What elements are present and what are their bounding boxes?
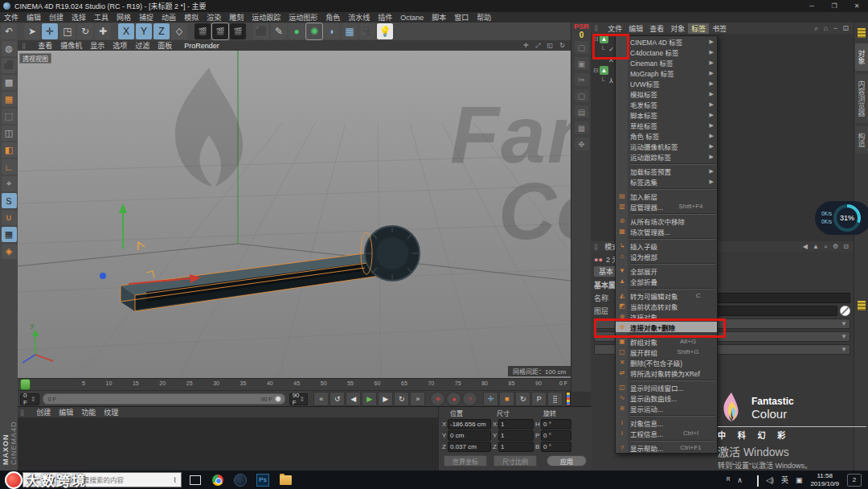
strip-tool-icon[interactable]: ▢	[575, 41, 589, 54]
key-toggle-button[interactable]: ↻	[515, 392, 530, 406]
strip-tool-icon[interactable]: ▢	[575, 89, 589, 102]
mode-tool-button[interactable]: ◧	[2, 142, 17, 158]
transport-button[interactable]: ↻	[394, 392, 409, 406]
toolbar-button[interactable]: Z	[154, 23, 170, 39]
context-menu-item[interactable]: ▤ 加入新层	[616, 191, 717, 201]
network-icon[interactable]	[757, 476, 759, 484]
object-type-icon[interactable]: ▲	[600, 35, 608, 43]
context-menu-item[interactable]: 模拟标签 ▶	[616, 88, 717, 99]
panel-handle-icon[interactable]: ⣿	[18, 43, 30, 49]
toolbar-button[interactable]: 🎥	[359, 23, 375, 39]
object-menu-item[interactable]: 编辑	[625, 23, 646, 34]
window-control-button[interactable]: ✕	[845, 2, 868, 10]
context-menu-item[interactable]: ▦ 场次管理器...	[616, 226, 717, 236]
record-button[interactable]: ●	[446, 392, 461, 406]
menu-item[interactable]: 雕刻	[225, 12, 248, 23]
notification-center[interactable]: 2	[847, 474, 862, 487]
material-menu-item[interactable]: 编辑	[55, 407, 77, 417]
coord-pos-field[interactable]: 0.037 cm	[448, 442, 491, 452]
object-menu-item[interactable]: 查看	[646, 23, 667, 34]
viewport-menu-item[interactable]: 摄像机	[56, 40, 86, 51]
apply-button[interactable]: 应用	[547, 455, 587, 466]
mode-tool-button[interactable]: ▦	[2, 92, 17, 107]
mode-tool-button[interactable]: ◍	[2, 41, 17, 56]
menu-item[interactable]: 工具	[90, 12, 113, 23]
object-type-icon[interactable]: ▲	[600, 66, 608, 75]
taskbar-search[interactable]: ⌇	[23, 472, 182, 487]
toolbar-button[interactable]: 🎬	[194, 23, 211, 39]
range-slider[interactable]: 0 F 90 F	[43, 393, 285, 405]
context-menu-item[interactable]: ⇄ 将所选对象转换为XRef	[616, 368, 717, 378]
strip-tool-icon[interactable]: ▤	[575, 105, 589, 118]
toolbar-button[interactable]: ●	[289, 23, 305, 39]
expand-icon[interactable]: └	[600, 77, 607, 84]
language-indicator[interactable]: 英	[781, 475, 788, 485]
material-manager[interactable]: ⣿ 创建编辑功能纹理	[18, 406, 438, 471]
file-explorer-icon[interactable]	[276, 472, 294, 488]
taskbar-clock[interactable]: 11:582019/10/9	[810, 472, 839, 487]
keyframe-palette-icon[interactable]	[566, 392, 571, 406]
menu-item[interactable]: 渲染	[203, 12, 225, 23]
net-speed-widget[interactable]: 0K/s 0K/s 31%	[815, 201, 868, 235]
dock-side-tab[interactable]: 内容浏览器	[855, 74, 868, 123]
timeline-ruler[interactable]: 51015202530354045505560657075808590 0 F	[18, 378, 571, 391]
context-menu-item[interactable]: ⊘ 从所有场次中移除	[616, 216, 717, 226]
current-frame-spinner[interactable]: 0 F⇕	[20, 393, 39, 405]
coord-size-dropdown[interactable]: 尺寸比例	[493, 455, 537, 466]
menu-item[interactable]: 帮助	[473, 12, 495, 23]
transport-button[interactable]: »	[410, 392, 425, 406]
menu-item[interactable]: 选择	[68, 12, 90, 23]
coord-size-field[interactable]: 1	[498, 419, 534, 429]
context-menu-item[interactable]: 运动跟踪标签 ▶	[616, 151, 717, 162]
dock-side-tab[interactable]: 对象	[855, 43, 868, 71]
context-menu-item[interactable]: ▼ 全部展开	[616, 265, 717, 276]
mode-tool-button[interactable]: ⌖	[2, 176, 17, 191]
toolbar-button[interactable]: 💡	[377, 23, 393, 39]
toolbar-button[interactable]: ↶	[1, 23, 17, 39]
key-toggle-button[interactable]: P	[531, 392, 547, 406]
key-toggle-button[interactable]: ✛	[483, 392, 498, 406]
transport-button[interactable]: ▶	[362, 392, 377, 406]
context-menu-item[interactable]: ◩ 当前状态转对象	[616, 301, 717, 311]
menu-item[interactable]: 脚本	[428, 12, 450, 23]
menu-item[interactable]: 文件	[0, 12, 23, 23]
key-toggle-button[interactable]: ■	[499, 392, 514, 406]
volume-icon[interactable]: ◁)	[766, 476, 774, 484]
palette-tab-icon[interactable]	[856, 26, 867, 40]
expand-icon[interactable]: ⊟	[593, 35, 600, 43]
attr-header-icons[interactable]: ◀ ▲ ⌕ ⚙ ⊡	[800, 243, 854, 251]
object-menu-item[interactable]: 书签	[709, 23, 730, 34]
toolbar-button[interactable]: Y	[136, 23, 152, 39]
dock-side-tab[interactable]: 构造	[855, 126, 868, 154]
strip-tool-icon[interactable]: ✂	[575, 73, 589, 86]
toolbar-button[interactable]: ➤	[24, 23, 40, 39]
coord-pos-field[interactable]: 0 cm	[448, 430, 491, 441]
coord-pos-field[interactable]: -186.656 cm	[448, 419, 491, 429]
coord-size-field[interactable]: 1	[498, 442, 534, 452]
context-menu-item[interactable]: CINEMA 4D 标签 ▶	[616, 36, 717, 47]
context-menu-item[interactable]: ↳ 插入子级	[616, 240, 717, 251]
palette-tab-icon[interactable]	[856, 298, 867, 313]
record-button[interactable]: ?	[462, 392, 477, 406]
viewport-3d[interactable]: y	[18, 51, 571, 392]
viewport-menu-prorender[interactable]: ProRender	[180, 42, 223, 50]
context-menu-item[interactable]: ▲ 全部折叠	[616, 276, 717, 286]
material-menu-item[interactable]: 创建	[32, 407, 55, 417]
context-menu-item[interactable]: ◭ 转为可编辑对象 C	[616, 290, 717, 301]
mode-tool-button[interactable]: ∪	[2, 210, 17, 225]
key-toggle-button[interactable]: ⣿	[547, 392, 563, 406]
panel-handle-icon[interactable]: ⣿	[18, 409, 28, 416]
toolbar-button[interactable]: 🎬	[230, 23, 246, 39]
toolbar-button[interactable]: 🎬	[212, 23, 228, 39]
coord-rot-field[interactable]: 0 °	[541, 442, 571, 452]
viewport-menu-item[interactable]: 选项	[108, 40, 131, 51]
context-menu-item[interactable]: ⊕ 连接对象	[616, 311, 717, 322]
menu-item[interactable]: 窗口	[450, 12, 473, 23]
context-menu-item[interactable]: ? 显示帮助... Ctrl+F1	[616, 442, 717, 453]
transport-button[interactable]: ◀	[346, 392, 361, 406]
mode-tool-button[interactable]: ▦	[2, 227, 17, 242]
menu-item[interactable]: 编辑	[23, 12, 45, 23]
context-menu-item[interactable]: ▥ 层管理器... Shift+F4	[616, 201, 717, 212]
coord-system-dropdown[interactable]: 世界坐标	[444, 455, 487, 466]
toolbar-button[interactable]: ✎	[271, 23, 287, 39]
